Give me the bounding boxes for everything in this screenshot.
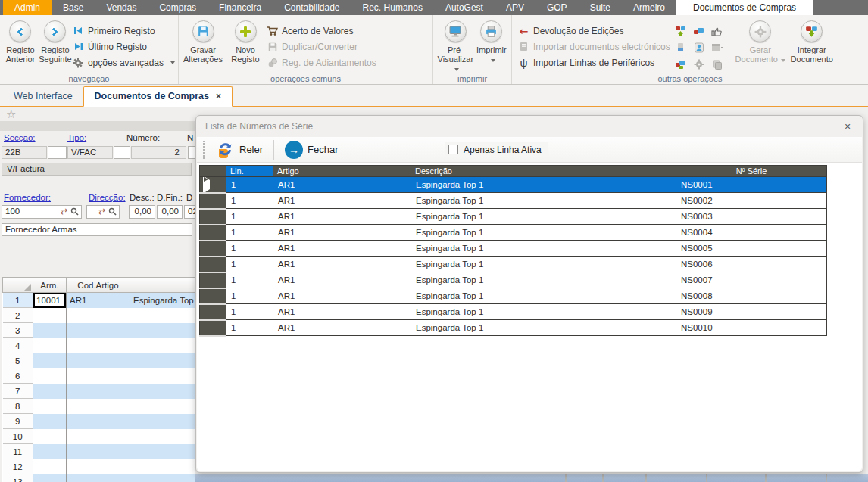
serial-cell-lin[interactable]: 1 [226, 304, 273, 320]
blocks-colored-icon[interactable] [675, 58, 687, 70]
thumbs-up-icon[interactable] [711, 25, 723, 37]
grid-row[interactable]: 2 [3, 308, 196, 323]
grid-cell-desc[interactable] [130, 429, 196, 444]
seccao-link[interactable]: Secção: [4, 133, 36, 142]
fornecedor-name-field[interactable]: Fornecedor Armas [2, 223, 192, 236]
serial-cell-descricao[interactable]: Espingarda Top 1 [411, 320, 676, 336]
numero-field[interactable]: 2 [131, 146, 186, 159]
grid-row[interactable]: 11 [3, 444, 196, 459]
serial-cell-descricao[interactable]: Espingarda Top 1 [411, 241, 676, 257]
devolucao-de-edicoes-button[interactable]: ← Devolução de Edições [518, 23, 670, 38]
search-icon[interactable] [70, 207, 79, 216]
grid-cell-cod[interactable] [67, 429, 130, 444]
menu-item-gop[interactable]: GOP [535, 0, 579, 15]
grid-row[interactable]: 6 [3, 368, 196, 384]
tipo-field[interactable]: V/FAC [67, 146, 113, 159]
serial-cell-artigo[interactable]: AR1 [273, 209, 411, 225]
serial-cell-serie[interactable]: NS0009 [676, 304, 827, 320]
col-num-serie[interactable]: Nº Série [676, 166, 827, 177]
serial-cell-lin[interactable]: 1 [226, 209, 273, 225]
serial-cell-lin[interactable]: 1 [226, 320, 273, 336]
menu-item-vendas[interactable]: Vendas [95, 0, 148, 15]
row-selector-cell[interactable] [200, 193, 226, 209]
grid-col-descricao-truncated[interactable]: D [130, 278, 196, 293]
grid-row[interactable]: 12 [3, 459, 196, 474]
menu-item-documentos-de-compras[interactable]: Documentos de Compras [676, 0, 813, 15]
serial-cell-lin[interactable]: 1 [226, 193, 273, 209]
grid-cell-cod[interactable] [67, 323, 130, 338]
serial-cell-lin[interactable]: 1 [226, 272, 273, 288]
grid-cell-num[interactable]: 9 [3, 414, 33, 429]
serial-cell-serie[interactable]: NS0003 [676, 209, 827, 225]
tipo-link[interactable]: Tipo: [67, 133, 86, 142]
fornecedor-link[interactable]: Fornecedor: [4, 193, 51, 202]
search-icon[interactable] [108, 207, 117, 216]
grid-cell-num[interactable]: 5 [3, 353, 33, 368]
grid-row[interactable]: 110001AR1Espingarda Top 1 [3, 293, 196, 308]
serial-row[interactable]: 1AR1Espingarda Top 1NS0008 [200, 288, 827, 304]
col-artigo[interactable]: Artigo [273, 166, 411, 177]
dfin-field[interactable]: 0,00 [157, 205, 183, 219]
calendar-gray-icon[interactable] [711, 42, 723, 54]
grid-cell-num[interactable]: 1 [3, 293, 33, 308]
seccao-field[interactable]: 22B [2, 146, 47, 159]
grid-cell-cod[interactable] [67, 474, 130, 482]
menu-item-contabilidade[interactable]: Contabilidade [273, 0, 351, 15]
grid-cell-desc[interactable] [130, 308, 196, 323]
seccao-aux-field[interactable] [48, 146, 67, 159]
row-selector-cell[interactable] [200, 257, 226, 272]
grid-cell-arm[interactable] [33, 414, 67, 429]
numero-aux-field[interactable] [188, 146, 195, 159]
grid-cell-desc[interactable] [130, 323, 196, 338]
menu-item-autogest[interactable]: AutoGest [434, 0, 495, 15]
serial-cell-artigo[interactable]: AR1 [273, 241, 411, 257]
importar-docs-electronicos-button[interactable]: Importar documentos electrónicos [518, 39, 670, 54]
menu-item-apv[interactable]: APV [495, 0, 535, 15]
serial-cell-descricao[interactable]: Espingarda Top 1 [411, 304, 676, 320]
serial-cell-descricao[interactable]: Espingarda Top 1 [411, 257, 676, 272]
gravar-alteracoes-button[interactable]: Gravar Alterações [182, 19, 224, 64]
reler-button[interactable]: Reler [211, 138, 267, 161]
grid-cell-cod[interactable] [67, 308, 130, 323]
grid-cell-desc[interactable] [130, 444, 196, 459]
grid-cell-desc[interactable] [130, 353, 196, 368]
grid-cell-num[interactable]: 7 [3, 384, 33, 399]
grid-cell-arm[interactable] [33, 474, 67, 482]
grid-cell-num[interactable]: 13 [3, 474, 33, 482]
document-pen-icon[interactable] [675, 42, 687, 54]
row-selector-cell[interactable] [200, 241, 226, 257]
serial-cell-serie[interactable]: NS0004 [676, 225, 827, 241]
serial-cell-artigo[interactable]: AR1 [273, 288, 411, 304]
document-lines-grid[interactable]: Arm. Cod.Artigo D 110001AR1Espingarda To… [2, 277, 195, 482]
grid-row[interactable]: 4 [3, 338, 196, 353]
grid-cell-cod[interactable] [67, 459, 130, 474]
row-selector-cell[interactable] [200, 209, 226, 225]
desc-field[interactable]: 0,00 [129, 205, 155, 219]
row-selector-cell[interactable] [200, 272, 226, 288]
serial-cell-serie[interactable]: NS0002 [676, 193, 827, 209]
serial-row[interactable]: 1AR1Espingarda Top 1NS0010 [200, 320, 827, 336]
row-selector-cell[interactable] [200, 225, 226, 241]
serial-cell-artigo[interactable]: AR1 [273, 304, 411, 320]
gear-gray-icon[interactable] [693, 58, 705, 70]
imprimir-button[interactable]: Imprimir [475, 19, 508, 64]
grid-cell-desc[interactable] [130, 414, 196, 429]
serial-cell-serie[interactable]: NS0010 [676, 320, 827, 336]
serial-cell-serie[interactable]: NS0008 [676, 288, 827, 304]
serial-cell-artigo[interactable]: AR1 [273, 257, 411, 272]
grid-cell-arm[interactable] [33, 444, 67, 459]
blocks-red-blue-icon[interactable] [693, 25, 705, 37]
checkbox[interactable] [448, 145, 458, 154]
serial-cell-serie[interactable]: NS0007 [676, 272, 827, 288]
grid-cell-cod[interactable] [67, 368, 130, 384]
gerar-documento-button[interactable]: Gerar Documento [734, 19, 787, 64]
serial-row[interactable]: 1AR1Espingarda Top 1NS0003 [200, 209, 827, 225]
serial-cell-descricao[interactable]: Espingarda Top 1 [411, 288, 676, 304]
grid-cell-cod[interactable] [67, 384, 130, 399]
grid-cell-desc[interactable] [130, 338, 196, 353]
serial-cell-serie[interactable]: NS0005 [676, 241, 827, 257]
serial-cell-lin[interactable]: 1 [226, 177, 273, 193]
serial-cell-serie[interactable]: NS0001 [676, 177, 827, 193]
menu-item-compras[interactable]: Compras [148, 0, 208, 15]
grid-cell-desc[interactable] [130, 459, 196, 474]
